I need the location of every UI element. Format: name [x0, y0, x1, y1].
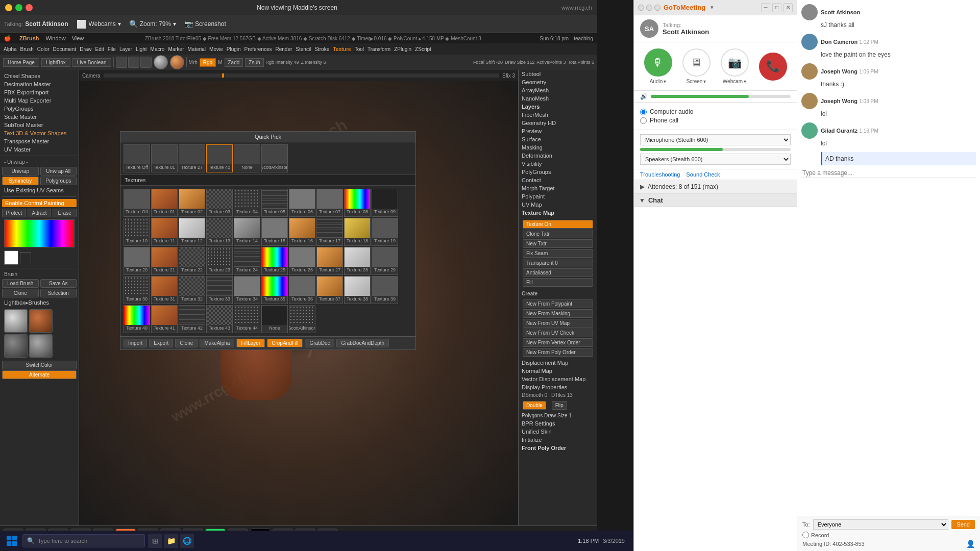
volume-slider[interactable] [651, 95, 791, 98]
rp-surface[interactable]: Surface [519, 135, 597, 143]
tex-item-35[interactable]: Texture 35 [261, 276, 288, 304]
protect-button[interactable]: Protect [2, 209, 26, 217]
tex-item-27[interactable]: Texture 27 [316, 247, 343, 275]
tex-item-16[interactable]: Texture 16 [289, 218, 315, 246]
tex-item-37[interactable]: Texture 37 [316, 276, 343, 304]
rp-initialize[interactable]: Initialize [519, 436, 597, 444]
antialiased-button[interactable]: Antialiased [523, 268, 593, 277]
gtm-min-btn[interactable] [646, 5, 652, 11]
clay-brush[interactable] [29, 309, 53, 333]
view-menu-item[interactable]: View [69, 35, 87, 41]
tex-item-23[interactable]: Texture 23 [206, 247, 233, 275]
to-select[interactable]: Everyone [813, 519, 949, 530]
erase-button[interactable]: Erase [53, 209, 77, 217]
troubleshooting-link[interactable]: Troubleshooting [640, 171, 680, 178]
chat-expand-icon[interactable]: ▼ [639, 197, 645, 204]
rp-unified-skin[interactable]: Unified Skin [519, 428, 597, 436]
draw-menu[interactable]: Draw [78, 46, 93, 52]
texture-menu[interactable]: Texture [331, 46, 352, 52]
sb-multi-map[interactable]: Multi Map Exporter [2, 96, 77, 105]
speakers-select[interactable]: Speakers (Stealth 600) [640, 154, 791, 165]
windows-start-button[interactable] [4, 533, 19, 548]
rotate-icon[interactable] [140, 57, 152, 68]
attract-button[interactable]: Attract [28, 209, 52, 217]
selection-button[interactable]: Selection [40, 289, 77, 297]
light-menu[interactable]: Light [134, 46, 149, 52]
load-brush-button[interactable]: Load Brush [2, 279, 39, 288]
transform-menu[interactable]: Transform [366, 46, 392, 52]
sb-uv-master[interactable]: UV Master [2, 145, 77, 154]
smooth-brush[interactable] [29, 334, 53, 358]
tex-item-44[interactable]: Texture 44 [234, 305, 260, 333]
rp-contact[interactable]: Contact [519, 176, 597, 184]
tex-item-20[interactable]: Texture 20 [124, 247, 150, 275]
tex-item-32[interactable]: Texture 32 [179, 276, 205, 304]
crop-and-fill-button[interactable]: CropAndFill [267, 339, 303, 347]
microphone-select[interactable]: Microphone (Stealth 600) [640, 134, 791, 145]
gtm-close-btn[interactable] [638, 5, 644, 11]
texture-on-button[interactable]: Texture On [523, 220, 593, 229]
qp-tex-off[interactable]: Texture Off [124, 144, 150, 172]
new-from-uv-map[interactable]: New From UV Map [523, 319, 593, 328]
move-brush[interactable] [4, 334, 28, 358]
timeline-bar[interactable] [104, 73, 499, 78]
brush-sphere[interactable] [154, 55, 168, 69]
gtm-hangup-button[interactable]: 📞 [759, 53, 787, 81]
export-button[interactable]: Export [149, 339, 173, 347]
zadd-button[interactable]: Zadd [225, 58, 243, 67]
rp-polypaint[interactable]: Polypaint [519, 192, 597, 201]
alternate-button[interactable]: Alternate [2, 370, 77, 379]
computer-audio-radio[interactable] [640, 109, 647, 115]
import-button[interactable]: Import [124, 339, 147, 347]
sb-chisel-shapes[interactable]: Chisel Shapes [2, 72, 77, 80]
zscript-menu[interactable]: ZScript [413, 46, 433, 52]
tex-item-5[interactable]: Texture 05 [261, 189, 288, 217]
tex-item-34[interactable]: Texture 34 [234, 276, 260, 304]
close-button[interactable] [26, 4, 33, 11]
rp-uv-map[interactable]: UV Map [519, 201, 597, 209]
attendees-expand-icon[interactable]: ▶ [640, 183, 645, 190]
tex-item-30[interactable]: Texture 30 [124, 276, 150, 304]
tex-item-46[interactable]: ScottAtkinson [289, 305, 315, 333]
screenshot-button[interactable]: 📷 Screenshot [184, 20, 226, 28]
rp-polygroups2[interactable]: PolyGroups [519, 168, 597, 176]
rp-texture-map[interactable]: Texture Map [519, 209, 597, 217]
tex-item-19[interactable]: Texture 19 [372, 218, 398, 246]
color-menu[interactable]: Color [36, 46, 51, 52]
clone-tex-button[interactable]: Clone [175, 339, 198, 347]
meeting-info-icon[interactable]: 👤 [966, 540, 975, 548]
gtm-close-icon[interactable]: ✕ [783, 3, 793, 12]
scale-icon[interactable] [128, 57, 139, 68]
minimize-button[interactable] [5, 4, 12, 11]
chat-cursor-area[interactable] [801, 168, 976, 179]
qp-tex-scott[interactable]: ScottAtkinson [261, 144, 288, 172]
zoom-button[interactable]: 🔍 Zoom: 79% ▾ [129, 20, 176, 28]
tex-item-24[interactable]: Texture 24 [234, 247, 260, 275]
tex-item-7[interactable]: Texture 07 [316, 189, 343, 217]
plugin-menu[interactable]: Plugin [225, 46, 242, 52]
document-menu[interactable]: Document [52, 46, 78, 52]
qp-tex-40[interactable]: Texture 40 [206, 144, 233, 172]
tex-item-13[interactable]: Texture 13 [206, 218, 233, 246]
tex-item-28[interactable]: Texture 28 [344, 247, 371, 275]
new-from-poly-order[interactable]: New From Poly Order [523, 348, 593, 357]
rp-layers[interactable]: Layers [519, 103, 597, 111]
tex-item-0[interactable]: Texture Off [124, 189, 150, 217]
tex-item-43[interactable]: Texture 43 [206, 305, 233, 333]
rp-deformation[interactable]: Deformation [519, 152, 597, 160]
new-txtr-button[interactable]: New Txtr [523, 239, 593, 248]
taskbar-icon-2[interactable]: 📁 [164, 534, 178, 548]
rp-visibility[interactable]: Visibility [519, 160, 597, 168]
gtm-screen-button[interactable]: 🖥 [682, 48, 710, 77]
sound-check-link[interactable]: Sound Check [686, 171, 720, 178]
alpha-menu[interactable]: Alpha [2, 46, 18, 52]
tex-item-26[interactable]: Texture 26 [289, 247, 315, 275]
qp-tex-none[interactable]: None [234, 144, 260, 172]
tex-item-9[interactable]: Texture 09 [372, 189, 398, 217]
gtm-webcam-button[interactable]: 📷 [721, 48, 749, 77]
rp-front-poly-order[interactable]: Front Poly Order [519, 444, 597, 452]
color-picker[interactable] [4, 219, 75, 247]
marker-menu[interactable]: Marker [166, 46, 185, 52]
rp-arraymesh[interactable]: ArrayMesh [519, 86, 597, 94]
rp-preview[interactable]: Preview [519, 127, 597, 135]
